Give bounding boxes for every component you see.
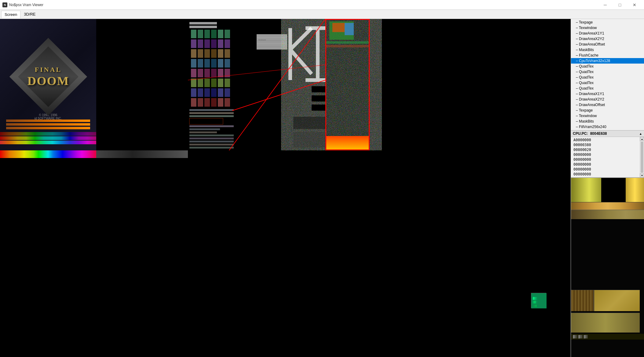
register-1: 00000380 bbox=[571, 142, 640, 147]
register-0: A0000000 bbox=[571, 138, 640, 142]
cmd-quadtex-5[interactable]: – QuadTex bbox=[571, 86, 644, 91]
cmd-texpage-2[interactable]: – Texpage bbox=[571, 108, 644, 113]
svg-rect-52 bbox=[189, 115, 234, 117]
scroll-up-arrow[interactable]: ▲ bbox=[639, 132, 642, 135]
svg-rect-78 bbox=[326, 41, 370, 44]
scroll-down-btn[interactable]: ▼ bbox=[640, 173, 644, 178]
svg-rect-55 bbox=[189, 128, 220, 130]
svg-rect-48 bbox=[218, 98, 223, 107]
cmd-quadtex-2[interactable]: – QuadTex bbox=[571, 69, 644, 75]
svg-rect-32 bbox=[191, 79, 196, 87]
svg-rect-24 bbox=[218, 59, 223, 68]
accent-bar-3 bbox=[6, 127, 90, 129]
svg-rect-0 bbox=[189, 22, 217, 24]
register-3: 00000000 bbox=[571, 152, 640, 157]
svg-rect-80 bbox=[326, 136, 370, 150]
cmd-quadtex-3[interactable]: – QuadTex bbox=[571, 75, 644, 80]
vram-viewport[interactable]: FINAL DOOM © 1993, 1996 id SOFTWARE INC. bbox=[0, 19, 571, 357]
preview-band-1 bbox=[571, 210, 644, 219]
cmd-drawareaoffset-2[interactable]: – DrawAreaOffset bbox=[571, 102, 644, 108]
svg-rect-28 bbox=[204, 69, 210, 77]
cmd-drawareax2y2-2[interactable]: – DrawAreaX2Y2 bbox=[571, 97, 644, 102]
red-highlight-box bbox=[325, 19, 370, 150]
sprite-svg bbox=[188, 19, 235, 150]
svg-rect-39 bbox=[198, 88, 203, 97]
svg-rect-30 bbox=[218, 69, 223, 77]
svg-rect-20 bbox=[191, 59, 196, 68]
main-layout: FINAL DOOM © 1993, 1996 id SOFTWARE INC. bbox=[0, 19, 644, 357]
svg-rect-16 bbox=[204, 49, 210, 58]
cpu-registers[interactable]: A0000000 00000380 00800020 00000000 0000… bbox=[571, 137, 640, 178]
scroll-thumb[interactable] bbox=[641, 142, 643, 173]
doom-doom-text: DOOM bbox=[27, 74, 69, 88]
cmd-quadtex-1[interactable]: – QuadTex bbox=[571, 64, 644, 69]
cmd-cputovram[interactable]: – CpuToVram32x128 bbox=[571, 58, 644, 64]
command-list[interactable]: – Texpage – Texwindow – DrawAreaX1Y1 – D… bbox=[571, 19, 644, 131]
svg-rect-21 bbox=[198, 59, 203, 68]
svg-text:▒▓░: ▒▓░ bbox=[533, 300, 537, 304]
cmd-maskbits-2[interactable]: – MaskBits bbox=[571, 119, 644, 124]
svg-rect-25 bbox=[225, 59, 230, 68]
svg-rect-23 bbox=[211, 59, 217, 68]
cmd-quadtex-4[interactable]: – QuadTex bbox=[571, 80, 644, 86]
svg-rect-47 bbox=[211, 98, 217, 107]
vram-preview-panel: ▓▒░▓▒░▓▒ bbox=[571, 178, 644, 357]
doom-logo-section: FINAL DOOM © 1993, 1996 id SOFTWARE INC. bbox=[0, 19, 96, 150]
svg-rect-35 bbox=[211, 79, 217, 87]
scroll-up-btn[interactable]: ▲ bbox=[640, 137, 644, 141]
preview-yellow-left bbox=[571, 178, 601, 202]
preview-row-1 bbox=[571, 178, 644, 202]
svg-rect-10 bbox=[204, 39, 210, 48]
svg-rect-33 bbox=[198, 79, 203, 87]
cpu-scrollbar[interactable]: ▲ ▼ bbox=[640, 137, 644, 178]
register-4: 00000000 bbox=[571, 157, 640, 162]
doom-color-bars bbox=[0, 132, 96, 150]
cmd-texwindow-1[interactable]: – Texwindow bbox=[571, 25, 644, 31]
color-strip-dark bbox=[96, 150, 188, 158]
svg-rect-41 bbox=[211, 88, 217, 97]
register-5: 00000000 bbox=[571, 162, 640, 167]
tab-3dre[interactable]: 3D/RE bbox=[20, 10, 39, 18]
accent-bar-1 bbox=[6, 120, 90, 122]
svg-rect-40 bbox=[204, 88, 210, 97]
svg-rect-57 bbox=[189, 134, 234, 136]
cpu-panel-scroll: A0000000 00000380 00800020 00000000 0000… bbox=[571, 137, 644, 178]
svg-rect-4 bbox=[204, 30, 210, 38]
svg-text:texture: texture bbox=[258, 39, 266, 41]
svg-rect-6 bbox=[218, 30, 223, 38]
cmd-maskbits-1[interactable]: – MaskBits bbox=[571, 47, 644, 53]
preview-row-2 bbox=[571, 202, 644, 210]
svg-rect-22 bbox=[204, 59, 210, 68]
svg-rect-19 bbox=[225, 49, 230, 58]
register-2: 00800020 bbox=[571, 147, 640, 152]
minimize-button[interactable]: ─ bbox=[598, 0, 612, 10]
cmd-texwindow-2[interactable]: – Texwindow bbox=[571, 113, 644, 119]
svg-rect-2 bbox=[191, 30, 196, 38]
cmd-texpage-1[interactable]: – Texpage bbox=[571, 20, 644, 25]
svg-rect-26 bbox=[191, 69, 196, 77]
sprite-section bbox=[188, 19, 235, 150]
cmd-drawareaoffset-1[interactable]: – DrawAreaOffset bbox=[571, 42, 644, 47]
tab-screen[interactable]: Screen bbox=[1, 11, 20, 18]
svg-rect-5 bbox=[211, 30, 217, 38]
svg-rect-1 bbox=[189, 26, 217, 28]
svg-rect-56 bbox=[189, 131, 217, 133]
svg-rect-31 bbox=[225, 69, 230, 77]
preview-bottom-dark: ▓▒░▓▒░▓▒ bbox=[571, 334, 644, 357]
title-bar-controls: ─ □ ✕ bbox=[598, 0, 642, 10]
title-bar: N No$psx Vram Viewer ─ □ ✕ bbox=[0, 0, 644, 10]
close-button[interactable]: ✕ bbox=[628, 0, 642, 10]
mini-texture-icon: ▓▒░ ▒▓░ ░▒▓ bbox=[531, 293, 546, 308]
cmd-drawareax1y1-1[interactable]: – DrawAreaX1Y1 bbox=[571, 31, 644, 36]
svg-rect-60 bbox=[189, 144, 234, 145]
cmd-drawareax2y2-1[interactable]: – DrawAreaX2Y2 bbox=[571, 36, 644, 42]
svg-rect-50 bbox=[189, 109, 234, 111]
cmd-flushcache[interactable]: – FlushCache bbox=[571, 53, 644, 58]
app-icon: N bbox=[2, 2, 7, 7]
cmd-fillvram[interactable]: – FillVram256x240 bbox=[571, 124, 644, 130]
svg-rect-38 bbox=[191, 88, 196, 97]
maximize-button[interactable]: □ bbox=[613, 0, 627, 10]
svg-rect-11 bbox=[211, 39, 217, 48]
cmd-drawareax1y1-2[interactable]: – DrawAreaX1Y1 bbox=[571, 91, 644, 97]
svg-rect-44 bbox=[191, 98, 196, 107]
